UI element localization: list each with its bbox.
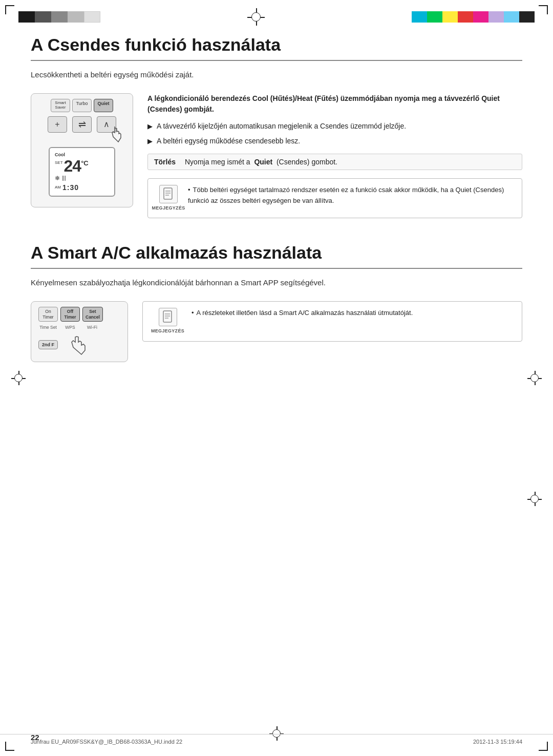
note-label-1: MEGJEGYZÉS [152, 204, 185, 212]
color-block-black [18, 11, 35, 23]
main-content: A Csendes funkció használata Lecsökkenth… [0, 25, 553, 394]
off-timer-btn: OffTimer [60, 307, 80, 321]
bullet-arrow-1: ▶ [147, 121, 153, 132]
color-block-lightgray [68, 11, 84, 23]
quiet-btn: Quiet [94, 99, 113, 112]
snowflake-icon: ❄ [55, 175, 60, 182]
color-block-midgray [51, 11, 68, 23]
section1-subtitle: Lecsökkentheti a beltéri egység működési… [31, 70, 522, 79]
turbo-btn: Turbo [72, 99, 92, 112]
section1-content-row: SmartSaver Turbo Quiet + ⇌ ∧ [31, 93, 522, 218]
top-bar [0, 0, 553, 25]
section2-subtitle: Kényelmesen szabályozhatja légkondicioná… [31, 278, 522, 287]
hand-pointer-icon-2 [62, 334, 89, 355]
torles-row: Törlés Nyomja meg ismét a Quiet (Csendes… [147, 154, 522, 170]
svg-rect-1 [164, 188, 172, 199]
display-am-label: AM [55, 185, 61, 190]
display-temp: 24 [64, 158, 81, 174]
color-lavender [488, 11, 504, 23]
note-text-1: •Több beltéri egységet tartalmazó rendsz… [188, 185, 514, 206]
color-red [458, 11, 473, 23]
remote-control-illustration-1: SmartSaver Turbo Quiet + ⇌ ∧ [31, 93, 133, 207]
remote-box-1: SmartSaver Turbo Quiet + ⇌ ∧ [31, 93, 133, 207]
remote-box-2: OnTimer OffTimer SetCancel Time Set WPS … [31, 301, 128, 362]
display-set-label: SET [55, 160, 63, 165]
hand-pointer-icon [104, 122, 125, 144]
display-degree: °C [81, 159, 89, 167]
footer-left: Junfrau EU_AR09FSSK&Y@_IB_DB68-03363A_HU… [31, 739, 182, 745]
display-mode: Cool [55, 152, 109, 157]
corner-mark-tl [5, 5, 14, 14]
note-bullet-2: • [192, 309, 194, 317]
wind-bars-icon: ||| [62, 175, 66, 181]
color-magenta [473, 11, 488, 23]
smart-saver-btn: SmartSaver [51, 99, 70, 112]
color-green [427, 11, 442, 23]
page-footer: Junfrau EU_AR09FSSK&Y@_IB_DB68-03363A_HU… [0, 734, 553, 745]
section1: A Csendes funkció használata Lecsökkenth… [31, 35, 522, 218]
bullet-2: ▶ A beltéri egység működése csendesebb l… [147, 136, 522, 146]
section1-title: A Csendes funkció használata [31, 35, 522, 61]
color-yellow [442, 11, 458, 23]
color-cyan [412, 11, 427, 23]
2nd-f-btn: 2nd F [38, 340, 58, 349]
section2-note-area: MEGJEGYZÉS •A részleteket illetően lásd … [142, 301, 522, 341]
on-timer-btn: OnTimer [38, 307, 58, 321]
color-blocks-right [412, 11, 535, 23]
registration-mark-top [247, 8, 265, 26]
set-cancel-btn: SetCancel [82, 307, 103, 321]
bullet-text-1: A távvezérlő kijelzőjén automatikusan me… [157, 121, 406, 132]
color-block-white [84, 11, 100, 23]
label-wifi: Wi-Fi [82, 325, 102, 330]
corner-mark-tr [539, 5, 548, 14]
bullet-text-2: A beltéri egység működése csendesebb les… [157, 136, 300, 146]
note-bullet: • [188, 186, 190, 194]
remote2-labels-row: Time Set WPS Wi-Fi [38, 325, 120, 330]
reg-mark-left [11, 371, 26, 385]
bullet-1: ▶ A távvezérlő kijelzőjén automatikusan … [147, 121, 522, 132]
remote-display-1: Cool SET 24 °C ❄ ||| AM 1:30 [49, 147, 115, 197]
note-icon-1: MEGJEGYZÉS [156, 185, 181, 212]
note-box-1: MEGJEGYZÉS •Több beltéri egységet tartal… [147, 178, 522, 218]
svg-rect-5 [163, 311, 172, 322]
grayscale-blocks [18, 11, 100, 23]
reg-mark-right [527, 371, 542, 385]
label-wps: WPS [60, 325, 80, 330]
remote-control-illustration-2: OnTimer OffTimer SetCancel Time Set WPS … [31, 301, 128, 362]
remote2-fn-row: 2nd F [38, 334, 120, 355]
bullet-arrow-2: ▶ [147, 136, 153, 146]
display-time: 1:30 [62, 183, 79, 192]
remote-top-buttons: SmartSaver Turbo Quiet [37, 99, 126, 112]
note-doc-icon [159, 185, 178, 203]
color-block-darkgray [35, 11, 51, 23]
footer-right: 2012-11-3 15:19:44 [473, 739, 522, 745]
torles-text: Nyomja meg ismét a Quiet (Csendes) gombo… [185, 158, 337, 166]
section2-title: A Smart A/C alkalmazás használata [31, 243, 522, 269]
note-text-2: •A részleteket illetően lásd a Smart A/C… [192, 308, 413, 319]
reg-mark-right2 [527, 492, 542, 506]
section1-instructions: A légkondicionáló berendezés Cool (Hűtés… [147, 93, 522, 218]
remote2-btn-row: OnTimer OffTimer SetCancel [38, 307, 120, 321]
instruction-bold: A légkondicionáló berendezés Cool (Hűtés… [147, 93, 522, 115]
section2-content-row: OnTimer OffTimer SetCancel Time Set WPS … [31, 301, 522, 362]
note-box-2: MEGJEGYZÉS •A részleteket illetően lásd … [142, 301, 522, 341]
note-doc-icon-2 [159, 308, 177, 326]
color-black2 [519, 11, 535, 23]
color-lightblue [504, 11, 519, 23]
label-time-set: Time Set [38, 325, 58, 330]
torles-label: Törlés [154, 158, 179, 166]
note-icon-2: MEGJEGYZÉS [151, 308, 184, 334]
section2: A Smart A/C alkalmazás használata Kényel… [31, 243, 522, 362]
note-label-2: MEGJEGYZÉS [151, 327, 184, 334]
